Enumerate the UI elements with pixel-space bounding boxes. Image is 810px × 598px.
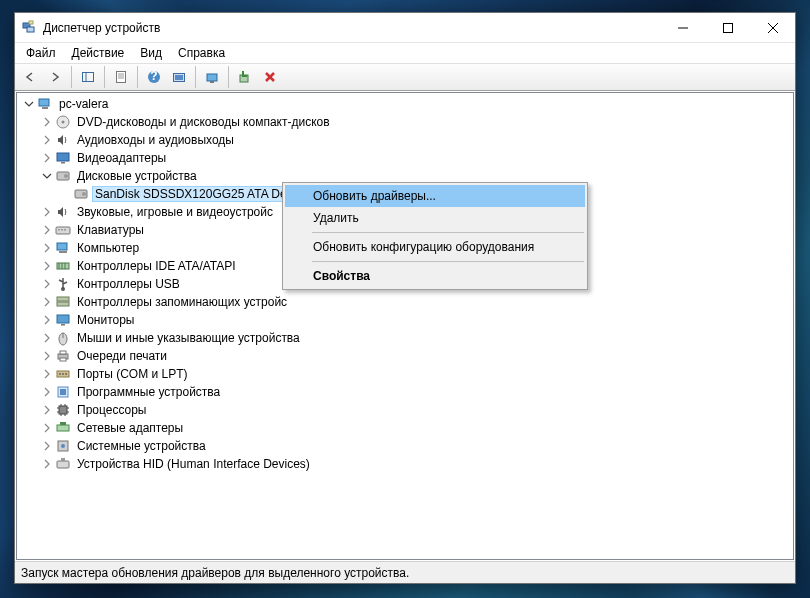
svg-rect-54 xyxy=(60,358,66,361)
svg-point-31 xyxy=(82,192,86,196)
svg-rect-23 xyxy=(42,107,48,109)
window-title: Диспетчер устройств xyxy=(43,21,160,35)
menu-view[interactable]: Вид xyxy=(133,45,169,61)
tree-item-label: Клавиатуры xyxy=(75,223,146,237)
tree-category[interactable]: DVD-дисководы и дисководы компакт-дисков xyxy=(17,113,793,131)
tree-item-label: Видеоадаптеры xyxy=(75,151,168,165)
speaker-icon xyxy=(55,204,71,220)
device-manager-window: Диспетчер устройств Файл Действие Вид Сп… xyxy=(14,12,796,584)
disc-icon xyxy=(55,114,71,130)
svg-rect-22 xyxy=(39,99,49,106)
chevron-right-icon[interactable] xyxy=(39,312,55,328)
chevron-right-icon[interactable] xyxy=(39,204,55,220)
statusbar: Запуск мастера обновления драйверов для … xyxy=(15,561,795,583)
toolbar-separator xyxy=(137,66,138,88)
svg-rect-60 xyxy=(60,389,66,395)
tree-category[interactable]: Мониторы xyxy=(17,311,793,329)
svg-point-29 xyxy=(64,174,68,178)
chevron-right-icon[interactable] xyxy=(39,402,55,418)
svg-point-73 xyxy=(61,444,65,448)
close-button[interactable] xyxy=(750,13,795,42)
tree-category[interactable]: Устройства HID (Human Interface Devices) xyxy=(17,455,793,473)
show-hide-tree-button[interactable] xyxy=(76,65,100,89)
chevron-right-icon[interactable] xyxy=(39,150,55,166)
chevron-right-icon[interactable] xyxy=(39,114,55,130)
svg-point-58 xyxy=(65,373,67,375)
ctx-delete[interactable]: Удалить xyxy=(285,207,585,229)
forward-button[interactable] xyxy=(43,65,67,89)
context-separator xyxy=(312,261,584,262)
tree-category[interactable]: Процессоры xyxy=(17,401,793,419)
svg-rect-27 xyxy=(61,162,65,164)
minimize-button[interactable] xyxy=(660,13,705,42)
scan-hardware-button[interactable] xyxy=(167,65,191,89)
tree-category[interactable]: Программные устройства xyxy=(17,383,793,401)
software-icon xyxy=(55,384,71,400)
properties-button[interactable] xyxy=(109,65,133,89)
system-icon xyxy=(55,438,71,454)
tree-item-label: Контроллеры запоминающих устройс xyxy=(75,295,289,309)
tree-category[interactable]: Мыши и иные указывающие устройства xyxy=(17,329,793,347)
tree-item-label: Звуковые, игровые и видеоустройс xyxy=(75,205,275,219)
svg-text:?: ? xyxy=(150,70,157,83)
chevron-right-icon[interactable] xyxy=(39,330,55,346)
menu-action[interactable]: Действие xyxy=(65,45,132,61)
speaker-icon xyxy=(55,132,71,148)
svg-point-56 xyxy=(59,373,61,375)
hid-icon xyxy=(55,456,71,472)
svg-rect-7 xyxy=(83,73,94,82)
maximize-button[interactable] xyxy=(705,13,750,42)
tree-item-label: Контроллеры USB xyxy=(75,277,182,291)
tree-category[interactable]: Системные устройства xyxy=(17,437,793,455)
tree-root[interactable]: pc-valera xyxy=(17,95,793,113)
chevron-right-icon[interactable] xyxy=(39,384,55,400)
chevron-down-icon[interactable] xyxy=(21,96,37,112)
tree-category[interactable]: Контроллеры запоминающих устройс xyxy=(17,293,793,311)
ctx-properties[interactable]: Свойства xyxy=(285,265,585,287)
uninstall-device-button[interactable] xyxy=(258,65,282,89)
chevron-right-icon[interactable] xyxy=(39,294,55,310)
chevron-right-icon[interactable] xyxy=(39,276,55,292)
tree-category[interactable]: Сетевые адаптеры xyxy=(17,419,793,437)
menubar: Файл Действие Вид Справка xyxy=(15,43,795,63)
svg-rect-75 xyxy=(61,458,65,461)
svg-rect-36 xyxy=(57,243,67,250)
chevron-right-icon[interactable] xyxy=(39,222,55,238)
chevron-right-icon[interactable] xyxy=(39,348,55,364)
svg-point-57 xyxy=(62,373,64,375)
tree-category[interactable]: Видеоадаптеры xyxy=(17,149,793,167)
chevron-right-icon[interactable] xyxy=(39,240,55,256)
tree-category[interactable]: Очереди печати xyxy=(17,347,793,365)
help-button[interactable]: ? xyxy=(142,65,166,89)
chevron-right-icon[interactable] xyxy=(39,132,55,148)
tree-category[interactable]: Аудиовходы и аудиовыходы xyxy=(17,131,793,149)
ctx-update-drivers[interactable]: Обновить драйверы... xyxy=(285,185,585,207)
chevron-right-icon[interactable] xyxy=(39,366,55,382)
chevron-right-icon[interactable] xyxy=(39,438,55,454)
svg-rect-9 xyxy=(117,72,126,83)
back-button[interactable] xyxy=(18,65,42,89)
cpu-icon xyxy=(55,402,71,418)
tree-category[interactable]: Порты (COM и LPT) xyxy=(17,365,793,383)
mouse-icon xyxy=(55,330,71,346)
chevron-right-icon[interactable] xyxy=(39,456,55,472)
update-driver-button[interactable] xyxy=(200,65,224,89)
svg-rect-37 xyxy=(59,251,67,253)
menu-help[interactable]: Справка xyxy=(171,45,232,61)
svg-rect-47 xyxy=(57,302,69,306)
tree-item-label: Контроллеры IDE ATA/ATAPI xyxy=(75,259,238,273)
device-tree[interactable]: pc-valeraDVD-дисководы и дисководы компа… xyxy=(16,92,794,560)
computer-icon xyxy=(55,240,71,256)
status-text: Запуск мастера обновления драйверов для … xyxy=(21,566,409,580)
ctx-refresh-hardware[interactable]: Обновить конфигурацию оборудования xyxy=(285,236,585,258)
tree-item-label: Программные устройства xyxy=(75,385,222,399)
tree-item-label: Дисковые устройства xyxy=(75,169,199,183)
enable-device-button[interactable] xyxy=(233,65,257,89)
menu-file[interactable]: Файл xyxy=(19,45,63,61)
chevron-down-icon[interactable] xyxy=(39,168,55,184)
chevron-right-icon[interactable] xyxy=(39,258,55,274)
toolbar-separator xyxy=(71,66,72,88)
chevron-right-icon[interactable] xyxy=(39,420,55,436)
network-icon xyxy=(55,420,71,436)
svg-rect-34 xyxy=(61,229,63,231)
